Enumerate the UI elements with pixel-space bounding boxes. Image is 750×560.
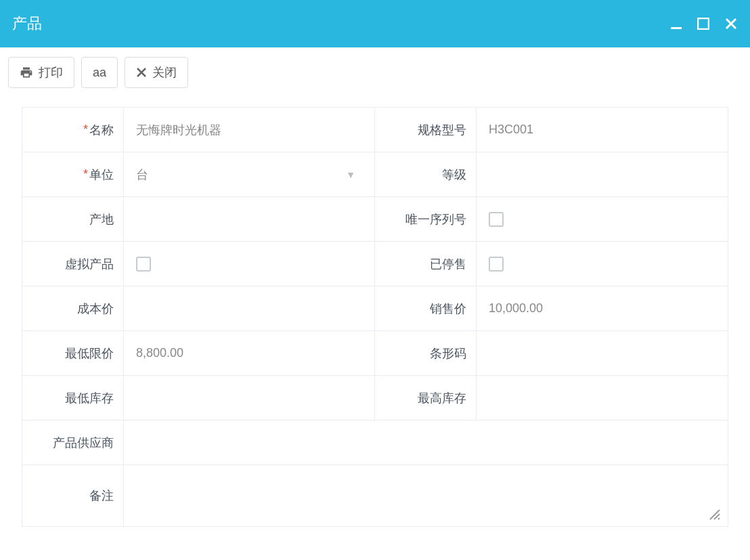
min-stock-input[interactable] [136,391,362,405]
name-input[interactable] [136,123,362,137]
resize-handle-icon[interactable] [707,507,721,521]
barcode-input[interactable] [489,346,715,360]
label-unit: *单位 [22,152,124,196]
product-form: *名称 规格型号 *单位 ▼ 等级 产地 唯一序列号 虚拟产品 [22,107,728,527]
label-barcode: 条形码 [375,331,477,375]
discontinued-checkbox[interactable] [489,257,504,272]
value-min-price[interactable] [124,331,375,375]
form-row-cost-sale: 成本价 销售价 [22,286,728,331]
titlebar: 产品 [0,0,750,47]
origin-input[interactable] [136,212,362,226]
label-name: *名称 [22,108,124,152]
value-cost-price[interactable] [124,286,375,330]
value-unit[interactable]: ▼ [124,152,375,196]
label-unique-serial: 唯一序列号 [375,197,477,241]
form-row-unit-grade: *单位 ▼ 等级 [22,152,728,197]
window-title: 产品 [12,14,42,34]
label-grade: 等级 [375,152,477,196]
form-row-supplier: 产品供应商 [22,421,728,465]
label-origin: 产地 [22,197,124,241]
chevron-down-icon: ▼ [346,169,355,180]
value-unique-serial[interactable] [477,197,728,241]
form-row-minprice-barcode: 最低限价 条形码 [22,331,728,376]
print-button[interactable]: 打印 [8,57,74,88]
form-row-name-spec: *名称 规格型号 [22,108,728,152]
sale-price-input[interactable] [489,301,715,316]
label-spec: 规格型号 [375,108,477,152]
label-max-stock: 最高库存 [375,376,477,420]
remarks-input[interactable] [136,489,715,503]
form-row-virtual-discontinued: 虚拟产品 已停售 [22,242,728,286]
form-row-origin-serial: 产地 唯一序列号 [22,197,728,242]
close-button[interactable]: 关闭 [125,57,188,88]
close-label: 关闭 [152,64,177,81]
max-stock-input[interactable] [489,391,715,405]
label-virtual: 虚拟产品 [22,242,124,286]
x-icon [136,67,147,78]
min-price-input[interactable] [136,346,362,360]
font-button[interactable]: aa [81,57,118,88]
value-name[interactable] [124,108,375,152]
print-icon [20,66,33,79]
form-row-remarks: 备注 [22,465,728,526]
value-sale-price[interactable] [477,286,728,330]
font-label: aa [93,66,106,80]
label-supplier: 产品供应商 [22,421,124,465]
toolbar: 打印 aa 关闭 [0,47,750,98]
value-max-stock[interactable] [477,376,728,420]
value-discontinued[interactable] [477,242,728,286]
close-window-button[interactable] [724,17,738,30]
value-grade[interactable] [477,152,728,196]
svg-rect-1 [698,18,709,29]
close-icon [724,17,738,30]
label-discontinued: 已停售 [375,242,477,286]
unique-serial-checkbox[interactable] [489,212,504,227]
maximize-icon [697,18,709,30]
label-min-price: 最低限价 [22,331,124,375]
value-origin[interactable] [124,197,375,241]
window-controls [670,17,738,30]
cost-price-input[interactable] [136,301,362,316]
unit-select[interactable] [136,167,362,181]
label-remarks: 备注 [22,465,124,526]
value-virtual[interactable] [124,242,375,286]
print-label: 打印 [39,64,63,81]
value-min-stock[interactable] [124,376,375,420]
value-barcode[interactable] [477,331,728,375]
label-min-stock: 最低库存 [22,376,124,420]
minimize-button[interactable] [670,18,682,30]
svg-rect-0 [671,27,682,29]
supplier-input[interactable] [136,435,715,450]
spec-input[interactable] [489,123,715,137]
value-remarks[interactable] [124,465,728,526]
label-sale-price: 销售价 [375,286,477,330]
grade-input[interactable] [489,167,715,181]
value-supplier[interactable] [124,421,728,465]
minimize-icon [670,18,682,30]
label-cost-price: 成本价 [22,286,124,330]
form-row-minstock-maxstock: 最低库存 最高库存 [22,376,728,421]
maximize-button[interactable] [697,18,709,30]
virtual-product-checkbox[interactable] [136,257,151,272]
value-spec[interactable] [477,108,728,152]
svg-line-8 [718,518,720,519]
